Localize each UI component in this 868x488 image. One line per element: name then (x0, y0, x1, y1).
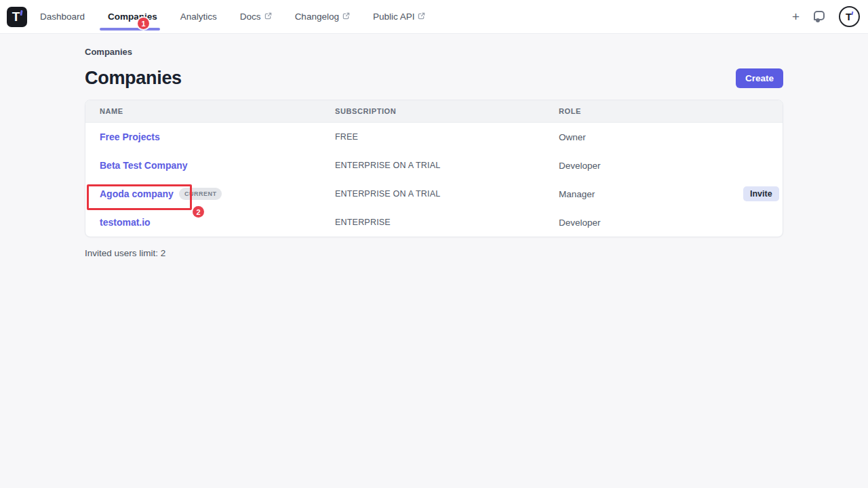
column-header-role: ROLE (559, 107, 783, 115)
add-button[interactable]: + (792, 10, 800, 23)
title-row: Companies Create (85, 68, 783, 89)
subscription-value: FREE (335, 132, 559, 142)
company-name-cell: Beta Test Company (100, 160, 335, 171)
breadcrumb: Companies (85, 47, 783, 57)
row-actions: Invite (743, 186, 783, 201)
top-navigation: T Dashboard Companies Analytics Docs Cha… (0, 0, 868, 34)
role-value: Developer (559, 161, 743, 171)
table-row: Free Projects FREE Owner (85, 123, 783, 151)
company-link[interactable]: Beta Test Company (100, 160, 188, 171)
nav-item-label: Changelog (295, 12, 339, 22)
nav-item-dashboard[interactable]: Dashboard (40, 0, 85, 33)
table-header-row: NAME SUBSCRIPTION ROLE (85, 100, 783, 123)
page-title: Companies (85, 68, 182, 89)
account-avatar[interactable]: T (839, 6, 860, 27)
column-header-name: NAME (100, 107, 335, 115)
external-link-icon (342, 12, 350, 20)
logo-accent-tick (20, 9, 22, 15)
nav-item-public-api[interactable]: Public API (373, 0, 426, 33)
nav-item-label: Companies (108, 12, 157, 22)
subscription-value: ENTERPRISE ON A TRIAL (335, 189, 559, 199)
avatar-accent-tick (852, 12, 854, 15)
nav-item-label: Analytics (180, 12, 217, 22)
create-button[interactable]: Create (736, 68, 783, 88)
chat-bubble-dot (816, 18, 820, 22)
external-link-icon (418, 12, 425, 20)
nav-item-label: Public API (373, 12, 415, 22)
nav-item-changelog[interactable]: Changelog (295, 0, 350, 33)
nav-item-label: Docs (240, 12, 261, 22)
role-value: Owner (559, 132, 743, 142)
company-link[interactable]: testomat.io (100, 217, 151, 228)
logo-letter: T (12, 10, 20, 23)
nav-item-companies[interactable]: Companies (108, 0, 157, 33)
company-link[interactable]: Agoda company (100, 188, 174, 199)
nav-right-actions: + T (792, 6, 860, 27)
company-name-cell: Agoda company CURRENT (100, 188, 335, 200)
column-header-subscription: SUBSCRIPTION (335, 107, 559, 115)
table-row: testomat.io ENTERPRISE Developer (85, 208, 783, 237)
main-nav: Dashboard Companies Analytics Docs Chang… (40, 0, 425, 33)
company-name-cell: Free Projects (100, 131, 335, 142)
annotation-step-1-badge: 1 (138, 18, 149, 29)
company-name-cell: testomat.io (100, 217, 335, 228)
external-link-icon (264, 12, 272, 20)
role-value: Manager (559, 189, 743, 199)
current-badge: CURRENT (179, 188, 222, 200)
nav-item-analytics[interactable]: Analytics (180, 0, 217, 33)
chat-bubble-icon[interactable] (813, 11, 825, 23)
table-row-current: Agoda company CURRENT ENTERPRISE ON A TR… (85, 180, 783, 208)
annotation-step-2-badge: 2 (193, 206, 204, 218)
subscription-value: ENTERPRISE (335, 218, 559, 227)
invite-button[interactable]: Invite (743, 186, 779, 201)
companies-table: NAME SUBSCRIPTION ROLE Free Projects FRE… (85, 100, 783, 237)
main-content: Companies Companies Create NAME SUBSCRIP… (0, 47, 868, 258)
app-logo[interactable]: T (7, 7, 27, 27)
role-value: Developer (559, 218, 743, 228)
table-row: Beta Test Company ENTERPRISE ON A TRIAL … (85, 151, 783, 180)
invited-users-limit-note: Invited users limit: 2 (85, 248, 783, 258)
company-link[interactable]: Free Projects (100, 131, 160, 142)
subscription-value: ENTERPRISE ON A TRIAL (335, 161, 559, 170)
nav-item-label: Dashboard (40, 12, 85, 22)
avatar-letter: T (846, 11, 852, 22)
nav-item-docs[interactable]: Docs (240, 0, 272, 33)
